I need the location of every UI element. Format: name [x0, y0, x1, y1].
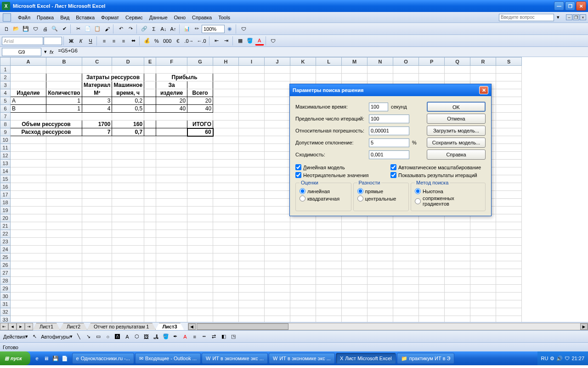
row-header[interactable]: 27 [0, 269, 11, 277]
cell[interactable] [393, 316, 419, 322]
cell[interactable] [265, 300, 290, 308]
cell[interactable] [144, 300, 156, 308]
cell[interactable] [496, 183, 522, 191]
row-header[interactable]: 8 [0, 121, 11, 128]
cell[interactable] [144, 81, 156, 89]
cell[interactable] [368, 66, 393, 74]
menu-data[interactable]: Данные [146, 13, 171, 22]
cell[interactable] [213, 316, 239, 322]
ql-ie-icon[interactable]: e [33, 353, 41, 363]
cell[interactable] [316, 238, 342, 246]
cell[interactable] [213, 175, 239, 183]
cell[interactable] [11, 207, 46, 214]
cell[interactable] [265, 191, 290, 199]
tray-icon3[interactable]: 🛡 [565, 356, 570, 361]
cell[interactable] [419, 222, 445, 230]
cell[interactable] [496, 160, 522, 167]
cell[interactable] [393, 285, 419, 293]
col-header[interactable]: F [156, 58, 187, 66]
cell[interactable] [187, 293, 213, 300]
cell[interactable] [144, 191, 156, 199]
cell[interactable] [393, 269, 419, 277]
cell[interactable] [156, 144, 187, 152]
cell[interactable] [187, 214, 213, 222]
cell[interactable] [46, 183, 82, 191]
cell[interactable]: 160 [112, 121, 144, 128]
line-icon[interactable]: ╲ [74, 332, 84, 341]
cell[interactable] [496, 199, 522, 207]
cell[interactable] [368, 269, 393, 277]
cell[interactable] [265, 316, 290, 322]
cell[interactable] [265, 160, 290, 167]
cell[interactable] [213, 277, 239, 285]
cell[interactable] [419, 261, 445, 269]
cell[interactable] [213, 113, 239, 121]
cell[interactable] [82, 246, 112, 253]
cell[interactable] [470, 230, 496, 238]
cell[interactable] [496, 238, 522, 246]
cell[interactable] [470, 74, 496, 81]
row-header[interactable]: 9 [0, 128, 11, 136]
cell[interactable]: 3 [82, 97, 112, 105]
cell[interactable] [419, 293, 445, 300]
col-header[interactable]: N [368, 58, 393, 66]
align-left-icon[interactable]: ≡ [100, 36, 109, 46]
col-header[interactable]: E [144, 58, 156, 66]
cell[interactable] [290, 66, 316, 74]
cell[interactable] [419, 74, 445, 81]
cell[interactable] [265, 74, 290, 81]
row-header[interactable]: 33 [0, 316, 11, 322]
cell[interactable] [11, 277, 46, 285]
cell[interactable] [144, 183, 156, 191]
cell[interactable] [393, 261, 419, 269]
cell[interactable] [342, 269, 368, 277]
row-header[interactable]: 18 [0, 199, 11, 207]
cell[interactable] [144, 316, 156, 322]
cell[interactable] [239, 74, 265, 81]
cell[interactable] [445, 74, 470, 81]
cell[interactable] [368, 253, 393, 261]
cell[interactable] [187, 81, 213, 89]
cell[interactable] [368, 316, 393, 322]
cell[interactable] [496, 121, 522, 128]
taskbar-item[interactable]: WИТ в экономике экс ... [202, 353, 268, 364]
cell[interactable] [156, 128, 187, 136]
cell[interactable] [445, 269, 470, 277]
cell[interactable] [265, 105, 290, 113]
cell[interactable] [445, 230, 470, 238]
cell[interactable] [156, 160, 187, 167]
underline-icon[interactable]: Ч [86, 36, 95, 46]
cell[interactable] [290, 261, 316, 269]
cell[interactable] [445, 222, 470, 230]
estimate-quadratic-radio[interactable] [300, 196, 305, 201]
shadow-icon[interactable]: ◧ [219, 332, 228, 341]
row-header[interactable]: 25 [0, 253, 11, 261]
taskbar-item[interactable]: WИТ в экономике экс ... [269, 353, 335, 364]
cell[interactable] [112, 113, 144, 121]
row-header[interactable]: 1 [0, 66, 11, 74]
cell[interactable] [265, 128, 290, 136]
row-header[interactable]: 4 [0, 89, 11, 97]
redo-icon[interactable]: ↷ [126, 24, 135, 34]
cell[interactable] [265, 167, 290, 175]
cell[interactable] [368, 285, 393, 293]
cell[interactable] [187, 269, 213, 277]
cell[interactable] [46, 81, 82, 89]
formula-input[interactable]: =G5+G6 [57, 48, 586, 56]
row-header[interactable]: 29 [0, 285, 11, 293]
cell[interactable] [342, 316, 368, 322]
col-header[interactable]: J [265, 58, 290, 66]
cell[interactable] [144, 175, 156, 183]
cell[interactable] [156, 113, 187, 121]
cell[interactable] [187, 277, 213, 285]
taskbar-item[interactable]: ✉Входящие - Outlook ... [135, 353, 201, 364]
cell[interactable] [11, 66, 46, 74]
menu-file[interactable]: Файл [15, 13, 34, 22]
cell[interactable] [239, 152, 265, 160]
menu-insert[interactable]: Вставка [73, 13, 98, 22]
open-icon[interactable]: 📂 [11, 24, 21, 34]
cell[interactable] [144, 66, 156, 74]
cell[interactable] [82, 253, 112, 261]
hyperlink-icon[interactable]: 🔗 [140, 24, 149, 34]
cell[interactable]: А [11, 97, 46, 105]
